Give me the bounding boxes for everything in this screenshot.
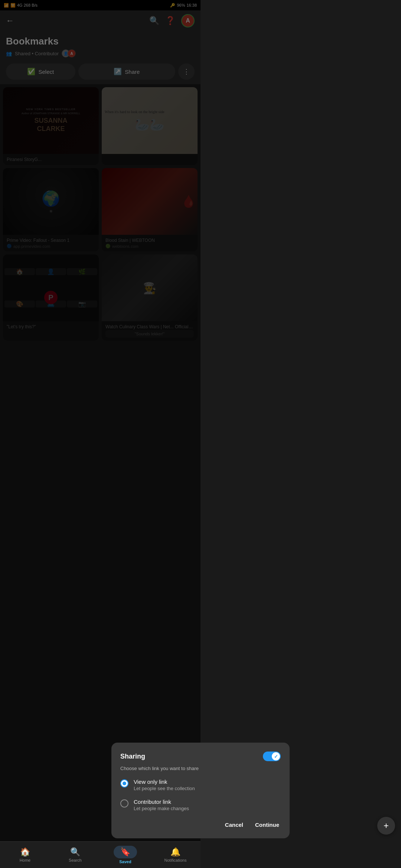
- modal-overlay[interactable]: [0, 0, 200, 434]
